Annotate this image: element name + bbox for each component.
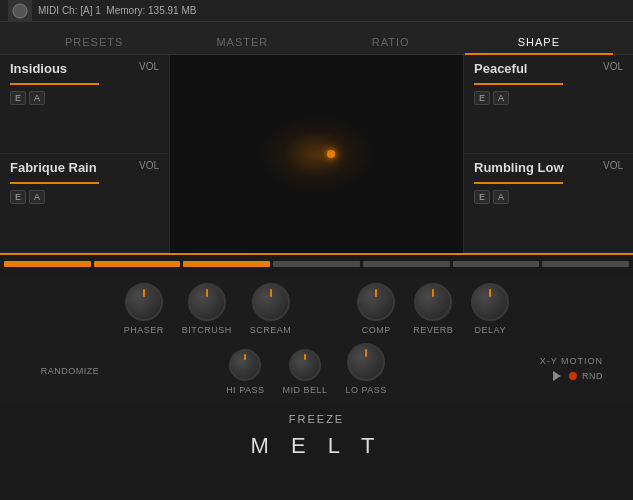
ea-buttons-rumbling: E A xyxy=(474,190,623,204)
preset-slot-peaceful[interactable]: Peaceful VOL E A xyxy=(464,55,633,154)
preset-vol-rumbling: VOL xyxy=(603,160,623,171)
logo xyxy=(8,0,32,22)
scream-label: SCREAM xyxy=(250,325,292,335)
knob-group-lopass: LO PASS xyxy=(346,343,387,395)
right-panel: Peaceful VOL E A Rumbling Low VOL E A xyxy=(463,55,633,253)
bitcrush-knob[interactable] xyxy=(188,283,226,321)
xy-motion-label: X-Y MOTION xyxy=(540,356,603,366)
memory-label: Memory: 135.91 MB xyxy=(106,5,196,16)
phaser-label: PHASER xyxy=(124,325,164,335)
nav-tabs: PRESETS MASTER RATIO SHAPE xyxy=(0,22,633,55)
preset-name-fabrique: Fabrique Rain xyxy=(10,160,97,176)
preset-name-insidious: Insidious xyxy=(10,61,67,77)
prog-seg-7 xyxy=(542,261,629,267)
progress-bar[interactable] xyxy=(0,255,633,273)
transport-row: RND xyxy=(550,369,603,383)
prog-seg-5 xyxy=(363,261,450,267)
randomize-label: RANDOMIZE xyxy=(41,366,100,376)
ea-buttons-peaceful: E A xyxy=(474,91,623,105)
xy-display[interactable] xyxy=(170,55,463,253)
a-button-insidious[interactable]: A xyxy=(29,91,45,105)
comp-knob[interactable] xyxy=(357,283,395,321)
freeze-label: FREEZE xyxy=(289,413,344,425)
preset-name-rumbling: Rumbling Low xyxy=(474,160,564,176)
tab-master[interactable]: MASTER xyxy=(168,30,316,54)
knob-row-1: PHASER BITCRUSH SCREAM COMP REVERB DELAY xyxy=(20,283,613,335)
prog-seg-1 xyxy=(4,261,91,267)
rnd-label: RND xyxy=(582,371,603,381)
ea-buttons-fabrique: E A xyxy=(10,190,159,204)
play-icon xyxy=(553,371,561,381)
prog-seg-2 xyxy=(94,261,181,267)
hipass-knob[interactable] xyxy=(229,349,261,381)
knob-group-midbell: MID BELL xyxy=(282,349,327,395)
delay-label: DELAY xyxy=(475,325,506,335)
preset-vol-fabrique: VOL xyxy=(139,160,159,171)
reverb-knob[interactable] xyxy=(414,283,452,321)
midbell-label: MID BELL xyxy=(282,385,327,395)
orange-divider-3 xyxy=(474,83,563,85)
preset-vol-insidious: VOL xyxy=(139,61,159,72)
knob-group-delay: DELAY xyxy=(471,283,509,335)
preset-name-peaceful: Peaceful xyxy=(474,61,527,77)
preset-vol-peaceful: VOL xyxy=(603,61,623,72)
top-bar: MIDI Ch: [A] 1 Memory: 135.91 MB xyxy=(0,0,633,22)
e-button-rumbling[interactable]: E xyxy=(474,190,490,204)
prog-seg-6 xyxy=(453,261,540,267)
record-button[interactable] xyxy=(566,369,580,383)
effects-area: PHASER BITCRUSH SCREAM COMP REVERB DELAY… xyxy=(0,273,633,405)
lopass-knob[interactable] xyxy=(347,343,385,381)
display-cursor[interactable] xyxy=(327,150,335,158)
title-area: M E L T xyxy=(0,429,633,465)
knob-group-phaser: PHASER xyxy=(124,283,164,335)
main-display: Insidious VOL E A Fabrique Rain VOL E A xyxy=(0,55,633,255)
a-button-peaceful[interactable]: A xyxy=(493,91,509,105)
reverb-label: REVERB xyxy=(413,325,453,335)
scream-knob[interactable] xyxy=(252,283,290,321)
knob-group-comp: COMP xyxy=(357,283,395,335)
comp-label: COMP xyxy=(362,325,391,335)
bitcrush-label: BITCRUSH xyxy=(182,325,232,335)
prog-seg-4 xyxy=(273,261,360,267)
ea-buttons-insidious: E A xyxy=(10,91,159,105)
hipass-label: HI PASS xyxy=(226,385,264,395)
lopass-label: LO PASS xyxy=(346,385,387,395)
melt-title: M E L T xyxy=(251,433,383,458)
tab-ratio[interactable]: RATIO xyxy=(317,30,465,54)
e-button-peaceful[interactable]: E xyxy=(474,91,490,105)
delay-knob[interactable] xyxy=(471,283,509,321)
play-button[interactable] xyxy=(550,369,564,383)
svg-point-0 xyxy=(13,4,27,18)
preset-slot-insidious[interactable]: Insidious VOL E A xyxy=(0,55,169,154)
preset-slot-fabrique[interactable]: Fabrique Rain VOL E A xyxy=(0,154,169,253)
knob-group-reverb: REVERB xyxy=(413,283,453,335)
knob-group-scream: SCREAM xyxy=(250,283,292,335)
orange-divider xyxy=(10,83,99,85)
a-button-fabrique[interactable]: A xyxy=(29,190,45,204)
midbell-knob[interactable] xyxy=(289,349,321,381)
a-button-rumbling[interactable]: A xyxy=(493,190,509,204)
display-glow xyxy=(257,114,377,194)
phaser-knob[interactable] xyxy=(125,283,163,321)
record-icon xyxy=(569,372,577,380)
preset-slot-rumbling[interactable]: Rumbling Low VOL E A xyxy=(464,154,633,253)
knob-group-hipass: HI PASS xyxy=(226,349,264,395)
left-panel: Insidious VOL E A Fabrique Rain VOL E A xyxy=(0,55,170,253)
prog-seg-3 xyxy=(183,261,270,267)
knob-group-bitcrush: BITCRUSH xyxy=(182,283,232,335)
midi-channel-label: MIDI Ch: [A] 1 xyxy=(38,5,101,16)
e-button-insidious[interactable]: E xyxy=(10,91,26,105)
tab-shape[interactable]: SHAPE xyxy=(465,30,613,54)
xy-motion-section: X-Y MOTION RND xyxy=(503,356,603,383)
orange-divider-2 xyxy=(10,182,99,184)
orange-divider-4 xyxy=(474,182,563,184)
tab-presets[interactable]: PRESETS xyxy=(20,30,168,54)
e-button-fabrique[interactable]: E xyxy=(10,190,26,204)
